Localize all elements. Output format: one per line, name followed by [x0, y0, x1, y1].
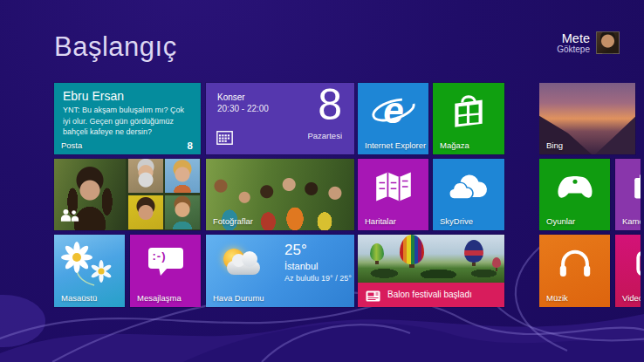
balloon-right: [464, 240, 483, 263]
camera-label: Kamera: [622, 216, 641, 226]
calendar-icon: [216, 131, 233, 148]
store-bag-icon: [449, 92, 489, 133]
people-photo-contact-1: [128, 159, 163, 193]
tile-desktop[interactable]: Masaüstü: [54, 235, 125, 307]
tile-calendar[interactable]: Konser 20:30 - 22:00 8 Pazartesi: [206, 83, 354, 154]
tile-mail[interactable]: Ebru Ersan YNT: Bu akşam buluşalım mı? Ç…: [54, 83, 201, 154]
calendar-event-title: Konser: [217, 92, 245, 102]
tile-group-right: Bing Oyunlar Kamera: [539, 83, 641, 307]
photos-label: Fotoğraflar: [213, 216, 253, 226]
tile-messaging[interactable]: :-) Mesajlaşma: [130, 235, 201, 307]
user-last-name: Göktepe: [557, 45, 590, 55]
news-strip: Balon festivali başladı: [358, 283, 504, 307]
calendar-day-name: Pazartesi: [307, 131, 342, 140]
news-photo: [358, 235, 504, 283]
video-play-icon: [636, 250, 641, 280]
start-screen: { "screen": { "title": "Başlangıç" }, "u…: [0, 0, 644, 362]
tile-photos[interactable]: Fotoğraflar: [206, 159, 354, 230]
news-photo-bushes: [358, 266, 504, 278]
balloon-far-right: [492, 257, 501, 268]
people-photo-contact-4: [165, 195, 200, 229]
desktop-label: Masaüstü: [61, 293, 97, 303]
tile-games[interactable]: Oyunlar: [539, 159, 610, 230]
tile-bing[interactable]: Bing: [539, 83, 635, 154]
news-headline: Balon festivali başladı: [387, 290, 472, 299]
svg-text:e: e: [383, 91, 404, 132]
people-photo-contact-2: [165, 159, 200, 193]
tile-camera[interactable]: Kamera: [615, 159, 641, 230]
tile-internet-explorer[interactable]: e Internet Explorer: [358, 83, 428, 154]
daisy-flowers-icon: [56, 236, 117, 292]
people-icon: [60, 208, 79, 225]
headphones-icon: [558, 249, 593, 282]
messaging-emoticon: :-): [153, 249, 167, 263]
camera-icon: [634, 174, 641, 203]
skydrive-label: SkyDrive: [440, 216, 473, 226]
mail-unread-badge: 8: [188, 140, 193, 151]
page-title: Başlangıç: [54, 31, 177, 63]
tile-weather[interactable]: 25° İstanbul Az bulutlu 19° / 25° Hava D…: [206, 235, 354, 307]
news-icon: [366, 290, 380, 305]
music-label: Müzik: [546, 293, 568, 303]
xbox-controller-icon: [555, 173, 595, 204]
weather-city: İstanbul: [284, 261, 319, 271]
tile-music[interactable]: Müzik: [539, 235, 610, 307]
skydrive-cloud-icon: [447, 173, 490, 204]
tile-skydrive[interactable]: SkyDrive: [433, 159, 504, 230]
bing-label: Bing: [546, 140, 563, 150]
tile-maps[interactable]: Haritalar: [358, 159, 428, 230]
user-tile[interactable]: Mete Göktepe: [557, 31, 620, 55]
messaging-bubble-icon: :-): [147, 246, 185, 281]
internet-explorer-icon: e: [371, 89, 416, 136]
weather-condition: Az bulutlu 19° / 25°: [284, 274, 352, 283]
tile-store[interactable]: Mağaza: [433, 83, 504, 154]
tile-people[interactable]: [54, 159, 201, 230]
calendar-event-time: 20:30 - 22:00: [217, 104, 269, 113]
video-label: Video: [622, 293, 641, 303]
cloud-icon: [227, 261, 260, 275]
internet-explorer-label: Internet Explorer: [365, 140, 426, 150]
weather-label: Hava Durumu: [213, 293, 264, 303]
mail-sender: Ebru Ersan: [63, 89, 124, 103]
store-label: Mağaza: [440, 140, 469, 150]
maps-icon: [374, 171, 413, 206]
games-label: Oyunlar: [546, 216, 575, 226]
avatar: [596, 31, 620, 54]
tile-news[interactable]: Balon festivali başladı: [358, 235, 504, 307]
user-names: Mete Göktepe: [557, 31, 590, 55]
people-photo-contact-3: [128, 195, 163, 229]
user-first-name: Mete: [557, 32, 590, 45]
messaging-label: Mesajlaşma: [137, 293, 182, 303]
mail-app-label: Posta: [61, 140, 82, 150]
weather-temperature: 25°: [284, 242, 307, 259]
tile-video[interactable]: Video: [615, 235, 641, 307]
calendar-day-number: 8: [318, 83, 342, 130]
balloon-center: [400, 235, 424, 264]
balloon-left: [370, 243, 384, 261]
maps-label: Haritalar: [365, 216, 396, 226]
mail-preview: YNT: Bu akşam buluşalım mı? Çok iyi olur…: [63, 105, 192, 138]
